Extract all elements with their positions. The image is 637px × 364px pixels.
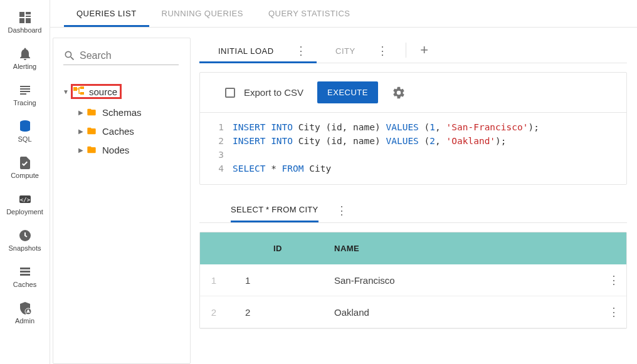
svg-rect-4: [26, 18, 31, 23]
svg-rect-19: [80, 86, 84, 89]
result-card: ID NAME 11San-Francisco⋮22Oakland⋮: [199, 232, 627, 329]
tree-item-nodes[interactable]: ▶Nodes: [76, 140, 182, 159]
database-icon: [18, 119, 33, 134]
folder-icon: [86, 107, 98, 118]
col-id: ID: [228, 232, 328, 264]
result-tab-more-icon[interactable]: ⋮: [336, 204, 347, 217]
cell-id: 1: [228, 264, 328, 296]
table-row: 22Oakland⋮: [200, 296, 626, 328]
query-tab-label: INITIAL LOAD: [218, 46, 274, 56]
top-tabs: QUERIES LISTRUNNING QUERIESQUERY STATIST…: [50, 0, 637, 28]
tab-more-icon[interactable]: ⋮: [292, 45, 311, 56]
svg-rect-5: [20, 86, 30, 87]
svg-rect-8: [20, 93, 26, 95]
nav-sql[interactable]: SQL: [0, 114, 50, 150]
top-tab-queries-list[interactable]: QUERIES LIST: [64, 0, 149, 27]
query-tab-initial-load[interactable]: INITIAL LOAD⋮: [199, 38, 317, 63]
svg-rect-7: [20, 91, 30, 92]
nav-alerting[interactable]: Alerting: [0, 41, 50, 78]
caret-right-icon: ▶: [76, 128, 86, 135]
tree-item-label: Caches: [102, 126, 134, 137]
result-tab[interactable]: SELECT * FROM CITY: [231, 199, 318, 222]
query-tab-city[interactable]: CITY⋮: [317, 38, 398, 63]
tree-item-label: Nodes: [102, 145, 129, 155]
row-more-icon[interactable]: ⋮: [601, 296, 626, 328]
nav-caches[interactable]: Caches: [0, 259, 50, 296]
gear-icon[interactable]: [392, 86, 406, 100]
svg-rect-13: [20, 268, 30, 269]
sql-editor[interactable]: 1INSERT INTO City (id, name) VALUES (1, …: [200, 112, 626, 184]
nav-label: SQL: [18, 135, 31, 143]
tree-panel: ▼ source ▶Schemas▶Caches▶Nodes: [53, 38, 191, 364]
row-more-icon[interactable]: ⋮: [601, 264, 626, 296]
svg-rect-18: [73, 87, 77, 91]
export-csv-checkbox[interactable]: [225, 88, 235, 98]
folder-icon: [86, 125, 98, 137]
search-icon: [63, 49, 76, 62]
nav-label: Alerting: [13, 63, 36, 70]
export-csv-label: Export to CSV: [244, 87, 303, 98]
svg-text:</>: </>: [19, 197, 30, 203]
svg-rect-0: [19, 12, 24, 17]
nav-dashboard[interactable]: Dashboard: [0, 5, 50, 41]
nav-tracing[interactable]: Tracing: [0, 78, 50, 114]
svg-rect-2: [26, 16, 31, 17]
dashboard-icon: [18, 10, 33, 25]
tab-separator: [406, 43, 406, 58]
nav-label: Admin: [15, 317, 34, 325]
shielduser-icon: [18, 301, 33, 316]
cell-name: Oakland: [328, 296, 601, 328]
svg-rect-20: [80, 92, 84, 95]
tab-more-icon[interactable]: ⋮: [373, 45, 392, 56]
tree-root-source[interactable]: ▼ source: [61, 80, 182, 103]
nav-label: Tracing: [13, 99, 36, 107]
nav-label: Caches: [13, 281, 36, 288]
col-name: NAME: [328, 232, 601, 264]
query-editor-card: Export to CSV EXECUTE 1INSERT INTO City …: [199, 72, 627, 185]
caret-right-icon: ▶: [76, 147, 86, 153]
caret-down-icon: ▼: [61, 88, 71, 95]
svg-rect-14: [20, 271, 30, 273]
tree-root-label: source: [89, 86, 117, 97]
stack-icon: [18, 264, 33, 279]
row-number: 2: [200, 296, 228, 328]
nav-admin[interactable]: Admin: [0, 296, 50, 332]
right-panel: INITIAL LOAD⋮CITY⋮+ Export to CSV EXECUT…: [199, 38, 627, 364]
datasource-icon: [73, 86, 85, 97]
lines-icon: [18, 83, 33, 98]
add-tab-button[interactable]: +: [414, 42, 434, 58]
nav-deployment[interactable]: </>Deployment: [0, 187, 50, 223]
caret-right-icon: ▶: [76, 109, 86, 116]
result-tabs: SELECT * FROM CITY ⋮: [199, 199, 627, 223]
top-tab-query-statistics[interactable]: QUERY STATISTICS: [256, 0, 363, 27]
sidebar: DashboardAlertingTracingSQLCompute</>Dep…: [0, 0, 50, 364]
tree-item-schemas[interactable]: ▶Schemas: [76, 103, 182, 122]
nav-label: Compute: [11, 172, 39, 179]
search-input[interactable]: [80, 50, 179, 61]
nav-label: Snapshots: [9, 244, 41, 252]
nav-snapshots[interactable]: Snapshots: [0, 223, 50, 259]
svg-rect-1: [26, 12, 31, 14]
filecheck-icon: [18, 155, 33, 170]
tree-item-caches[interactable]: ▶Caches: [76, 122, 182, 140]
clock-icon: [18, 228, 33, 243]
bell-icon: [18, 46, 33, 61]
nav-label: Dashboard: [8, 26, 42, 34]
result-table: ID NAME 11San-Francisco⋮22Oakland⋮: [200, 232, 626, 328]
row-number: 1: [200, 264, 228, 296]
svg-rect-15: [20, 274, 30, 276]
svg-rect-6: [20, 88, 30, 90]
tree-item-label: Schemas: [102, 107, 142, 118]
top-tab-running-queries[interactable]: RUNNING QUERIES: [149, 0, 256, 27]
brackets-icon: </>: [18, 192, 33, 207]
cell-name: San-Francisco: [328, 264, 601, 296]
nav-label: Deployment: [6, 208, 43, 216]
query-tabs: INITIAL LOAD⋮CITY⋮+: [199, 38, 627, 63]
query-tab-label: CITY: [335, 46, 355, 56]
svg-rect-3: [19, 18, 24, 23]
cell-id: 2: [228, 296, 328, 328]
execute-button[interactable]: EXECUTE: [317, 81, 378, 103]
folder-icon: [86, 144, 98, 155]
table-row: 11San-Francisco⋮: [200, 264, 626, 296]
nav-compute[interactable]: Compute: [0, 150, 50, 187]
